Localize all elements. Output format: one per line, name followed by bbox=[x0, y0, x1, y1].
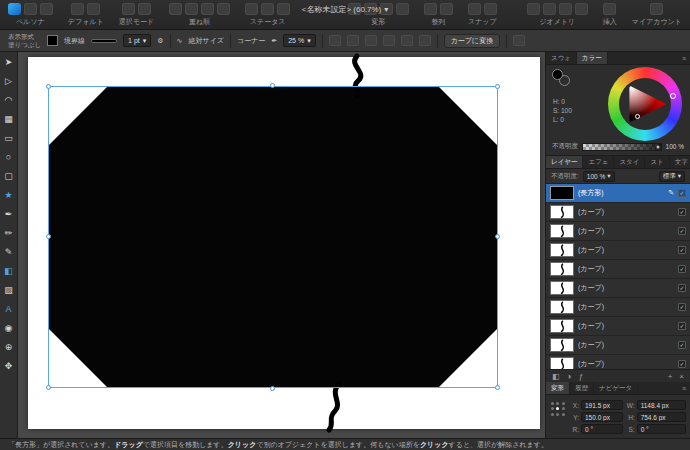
canvas-viewport[interactable] bbox=[18, 52, 545, 438]
selection-handle-top-middle[interactable] bbox=[270, 83, 275, 88]
tab-history[interactable]: 履歴 bbox=[570, 382, 594, 394]
insert-behind-icon[interactable] bbox=[329, 35, 341, 46]
status-toggle-icon-1[interactable] bbox=[245, 3, 258, 15]
h-input[interactable]: 754.6 px bbox=[637, 412, 686, 422]
show-rotation-icon[interactable] bbox=[419, 35, 431, 46]
layer-row-curve[interactable]: (カーブ) bbox=[546, 222, 690, 241]
pencil-tool[interactable]: ✏ bbox=[1, 227, 16, 240]
absolute-size-label[interactable]: 絶対サイズ bbox=[188, 36, 224, 46]
shear-input[interactable]: 0 ° bbox=[637, 424, 686, 434]
layer-visibility-checkbox[interactable] bbox=[678, 208, 686, 216]
layer-row-rectangle[interactable]: (長方形) bbox=[546, 184, 690, 203]
panel-menu-icon[interactable] bbox=[678, 382, 690, 394]
tab-navigator[interactable]: ナビゲータ bbox=[594, 382, 638, 394]
align-horizontal-icon[interactable] bbox=[424, 3, 437, 15]
fill-swatch[interactable] bbox=[47, 35, 58, 46]
layer-visibility-checkbox[interactable] bbox=[678, 246, 686, 254]
tab-swatches[interactable]: スウォ bbox=[546, 52, 577, 64]
vector-brush-tool[interactable]: ✎ bbox=[1, 246, 16, 259]
rounded-rectangle-tool[interactable]: ▢ bbox=[1, 170, 16, 183]
text-tool[interactable]: A bbox=[1, 303, 16, 316]
rotation-input[interactable]: 0 ° bbox=[581, 424, 623, 434]
layer-visibility-checkbox[interactable] bbox=[678, 189, 686, 197]
move-to-back-icon[interactable] bbox=[169, 3, 182, 15]
anchor-dot[interactable] bbox=[551, 402, 554, 405]
selection-handle-middle-right[interactable] bbox=[495, 234, 500, 239]
snapping-toggle-icon[interactable] bbox=[468, 3, 481, 15]
layer-visibility-checkbox[interactable] bbox=[678, 341, 686, 349]
move-forward-one-icon[interactable] bbox=[201, 3, 214, 15]
adjustment-layer-icon[interactable] bbox=[567, 372, 572, 381]
rectangle-tool[interactable]: ▭ bbox=[1, 132, 16, 145]
layer-visibility-checkbox[interactable] bbox=[678, 360, 686, 368]
x-input[interactable]: 191.5 px bbox=[581, 400, 623, 410]
chevron-down-icon[interactable] bbox=[384, 5, 388, 14]
delete-layer-icon[interactable] bbox=[679, 372, 684, 381]
snapping-options-icon[interactable] bbox=[484, 3, 497, 15]
selection-handle-top-left[interactable] bbox=[46, 84, 51, 89]
anchor-dot[interactable] bbox=[562, 402, 565, 405]
move-tool[interactable]: ➤ bbox=[1, 56, 16, 69]
context-extra-icon[interactable] bbox=[513, 35, 525, 46]
insert-inside-icon[interactable] bbox=[365, 35, 377, 46]
color-triangle[interactable] bbox=[622, 81, 668, 127]
selection-handle-top-right[interactable] bbox=[495, 84, 500, 89]
move-to-front-icon[interactable] bbox=[217, 3, 230, 15]
color-wheel[interactable] bbox=[608, 67, 682, 141]
opacity-slider-knob[interactable] bbox=[656, 145, 660, 149]
revert-defaults-icon[interactable] bbox=[71, 3, 84, 15]
layer-row-curve[interactable]: (カーブ) bbox=[546, 298, 690, 317]
layer-effects-icon[interactable] bbox=[578, 372, 582, 381]
insert-target-icon[interactable] bbox=[603, 3, 616, 15]
layer-row-curve[interactable]: (カーブ) bbox=[546, 241, 690, 260]
tab-effects[interactable]: エフェ bbox=[583, 156, 614, 168]
stroke-swatch[interactable] bbox=[91, 39, 117, 43]
pen-tool[interactable]: ✒ bbox=[1, 208, 16, 221]
corner-pen-icon[interactable] bbox=[271, 37, 277, 45]
layer-row-curve[interactable]: (カーブ) bbox=[546, 260, 690, 279]
select-object-icon[interactable] bbox=[401, 35, 413, 46]
insert-on-top-icon[interactable] bbox=[347, 35, 359, 46]
designer-persona-icon[interactable] bbox=[8, 3, 21, 15]
layer-visibility-checkbox[interactable] bbox=[678, 322, 686, 330]
stroke-width-field[interactable]: 1 pt bbox=[123, 34, 151, 47]
boolean-xor-icon[interactable] bbox=[575, 3, 588, 15]
transparency-tool[interactable]: ▨ bbox=[1, 284, 16, 297]
pressure-profile-icon[interactable] bbox=[177, 37, 183, 45]
selection-handle-bottom-middle[interactable] bbox=[270, 386, 275, 391]
hue-ring-marker[interactable] bbox=[670, 93, 676, 99]
edit-all-layers-icon[interactable] bbox=[122, 3, 135, 15]
layer-row-curve[interactable]: (カーブ) bbox=[546, 355, 690, 369]
mask-layer-icon[interactable] bbox=[552, 372, 560, 381]
add-layer-icon[interactable] bbox=[668, 372, 673, 381]
tab-color[interactable]: カラー bbox=[577, 52, 608, 64]
tab-stock[interactable]: スト bbox=[645, 156, 669, 168]
anchor-dot[interactable] bbox=[551, 407, 554, 410]
my-account-icon[interactable] bbox=[650, 3, 663, 15]
anchor-dot-selected[interactable] bbox=[556, 407, 559, 410]
w-input[interactable]: 1148.4 px bbox=[637, 400, 686, 410]
move-back-one-icon[interactable] bbox=[185, 3, 198, 15]
tab-styles[interactable]: スタイ bbox=[614, 156, 645, 168]
layer-row-curve[interactable]: (カーブ) bbox=[546, 279, 690, 298]
selection-handle-middle-left[interactable] bbox=[46, 234, 51, 239]
cycle-selection-icon[interactable] bbox=[138, 3, 151, 15]
anchor-dot[interactable] bbox=[556, 402, 559, 405]
layer-visibility-checkbox[interactable] bbox=[678, 227, 686, 235]
convert-to-curves-button[interactable]: カーブに変換 bbox=[444, 34, 501, 48]
selection-handle-bottom-left[interactable] bbox=[46, 385, 51, 390]
selection-handle-bottom-right[interactable] bbox=[495, 385, 500, 390]
crop-tool[interactable]: ▦ bbox=[1, 113, 16, 126]
panel-menu-icon[interactable] bbox=[678, 52, 690, 64]
pixel-persona-icon[interactable] bbox=[24, 3, 37, 15]
layer-visibility-checkbox[interactable] bbox=[678, 284, 686, 292]
layer-visibility-checkbox[interactable] bbox=[678, 303, 686, 311]
opacity-slider[interactable] bbox=[582, 143, 662, 151]
triangle-marker[interactable] bbox=[635, 114, 640, 119]
corner-tool[interactable]: ◠ bbox=[1, 94, 16, 107]
anchor-dot[interactable] bbox=[562, 407, 565, 410]
save-defaults-icon[interactable] bbox=[87, 3, 100, 15]
rotate-cw-icon[interactable] bbox=[396, 3, 409, 15]
export-persona-icon[interactable] bbox=[40, 3, 53, 15]
layer-row-curve[interactable]: (カーブ) bbox=[546, 203, 690, 222]
